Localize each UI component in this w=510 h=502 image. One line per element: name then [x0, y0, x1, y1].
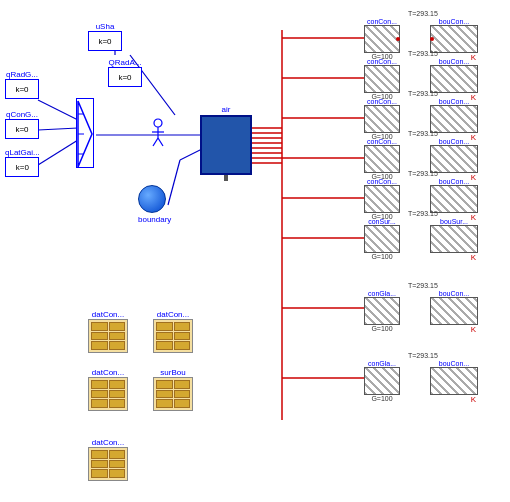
- row-5-bouSur-box: [430, 225, 478, 253]
- row-7-K-label: K: [430, 395, 478, 404]
- qLatGai-label: qLatGai...: [5, 148, 40, 157]
- qConG-value: k=0: [15, 125, 28, 134]
- svg-line-20: [38, 100, 78, 120]
- row-7-conGla-label: conGla...: [364, 360, 400, 367]
- boundary-block[interactable]: boundary: [138, 185, 171, 224]
- row-7-bouCon-box: [430, 367, 478, 395]
- row-1-conCon[interactable]: conCon... G=100: [364, 58, 400, 100]
- row-5-T-label: T=293.15: [408, 208, 438, 218]
- svg-line-33: [158, 138, 163, 146]
- row-0-bouCon-label: bouCon...: [430, 18, 478, 25]
- chip-datCon-3-body: [88, 377, 128, 411]
- row-4-T-label: T=293.15: [408, 168, 438, 178]
- row-3-conCon-label: conCon...: [364, 138, 400, 145]
- QRadA-value: k=0: [118, 73, 131, 82]
- row-2-conCon[interactable]: conCon... G=100: [364, 98, 400, 140]
- row-3-T-label: T=293.15: [408, 128, 438, 138]
- row-7-T-label: T=293.15: [408, 350, 438, 360]
- row-5-bouSur[interactable]: bouSur... K: [430, 218, 478, 262]
- boundary-label: boundary: [138, 215, 171, 224]
- row-7-conGla-box: [364, 367, 400, 395]
- row-4-bouCon-label: bouCon...: [430, 178, 478, 185]
- row-7-G-label: G=100: [364, 395, 400, 402]
- uSha-box: k=0: [88, 31, 122, 51]
- row-5-bouSur-label: bouSur...: [430, 218, 478, 225]
- qLatGai-box: k=0: [5, 157, 39, 177]
- chip-surBou[interactable]: surBou: [153, 368, 193, 411]
- qConG-label: qConG...: [6, 110, 38, 119]
- chip-datCon-1-body: [88, 319, 128, 353]
- svg-point-29: [154, 119, 162, 127]
- row-0-conCon[interactable]: conCon... G=100: [364, 18, 400, 60]
- person-icon: [148, 118, 168, 150]
- row-2-T-label: T=293.15: [408, 88, 438, 98]
- row-4-conCon-label: conCon...: [364, 178, 400, 185]
- qRadG-box: k=0: [5, 79, 39, 99]
- row-7-bouCon[interactable]: bouCon... K: [430, 360, 478, 404]
- row-6-bouCon-box: [430, 297, 478, 325]
- row-7-bouCon-label: bouCon...: [430, 360, 478, 367]
- row-1-T-label: T=293.15: [408, 48, 438, 58]
- qLatGai-value: k=0: [16, 163, 29, 172]
- row-0-port-k: [430, 37, 434, 41]
- air-block[interactable]: air: [200, 105, 252, 181]
- uSha-value: k=0: [98, 37, 111, 46]
- svg-line-21: [38, 128, 78, 130]
- row-7-conGla[interactable]: conGla... G=100: [364, 360, 400, 402]
- chip-datCon-2-label: datCon...: [153, 310, 193, 319]
- row-1-bouCon-label: bouCon...: [430, 58, 478, 65]
- block-QRadA[interactable]: QRadA... k=0: [108, 58, 142, 87]
- row-4-conCon[interactable]: conCon... G=100: [364, 178, 400, 220]
- svg-line-32: [153, 138, 158, 146]
- row-5-conSur-label: conSur...: [364, 218, 400, 225]
- chip-datCon-1[interactable]: datCon...: [88, 310, 128, 353]
- boundary-sphere: [138, 185, 166, 213]
- mux-icon: [76, 99, 94, 167]
- block-uSha[interactable]: uSha k=0: [88, 22, 122, 51]
- qConG-box: k=0: [5, 119, 39, 139]
- row-1-conCon-label: conCon...: [364, 58, 400, 65]
- block-qLatGai[interactable]: qLatGai... k=0: [5, 148, 40, 177]
- QRadA-box: k=0: [108, 67, 142, 87]
- row-3-conCon-box: [364, 145, 400, 173]
- row-0-T-label: T=293.15: [408, 8, 438, 18]
- row-2-conCon-box: [364, 105, 400, 133]
- row-6-conGla[interactable]: conGla... G=100: [364, 290, 400, 332]
- QRadA-label: QRadA...: [109, 58, 142, 67]
- block-qConG[interactable]: qConG... k=0: [5, 110, 39, 139]
- chip-datCon-3[interactable]: datCon...: [88, 368, 128, 411]
- uSha-label: uSha: [96, 22, 115, 31]
- qRadG-value: k=0: [15, 85, 28, 94]
- row-1-conCon-box: [364, 65, 400, 93]
- row-5-conSur[interactable]: conSur... G=100: [364, 218, 400, 260]
- row-6-G-label: G=100: [364, 325, 400, 332]
- row-6-bouCon[interactable]: bouCon... K: [430, 290, 478, 334]
- row-2-bouCon-label: bouCon...: [430, 98, 478, 105]
- row-2-conCon-label: conCon...: [364, 98, 400, 105]
- row-6-conGla-label: conGla...: [364, 290, 400, 297]
- mux-block[interactable]: [76, 98, 94, 168]
- chip-datCon-3-label: datCon...: [88, 368, 128, 377]
- row-5-G-label: G=100: [364, 253, 400, 260]
- svg-line-22: [38, 140, 78, 165]
- row-3-bouCon-label: bouCon...: [430, 138, 478, 145]
- chip-datCon-2[interactable]: datCon...: [153, 310, 193, 353]
- diagram-container: qRadG... k=0 qConG... k=0 qLatGai... k=0…: [0, 0, 510, 502]
- chip-surBou-label: surBou: [153, 368, 193, 377]
- row-5-K-label: K: [430, 253, 478, 262]
- row-0-conCon-label: conCon...: [364, 18, 400, 25]
- chip-datCon-5[interactable]: datCon...: [88, 438, 128, 481]
- row-4-conCon-box: [364, 185, 400, 213]
- person-svg: [148, 118, 168, 148]
- chip-surBou-body: [153, 377, 193, 411]
- row-0-conCon-box: [364, 25, 400, 53]
- chip-datCon-5-label: datCon...: [88, 438, 128, 447]
- chip-datCon-5-body: [88, 447, 128, 481]
- row-6-T-label: T=293.15: [408, 280, 438, 290]
- row-0-port-right: [396, 37, 400, 41]
- qRadG-label: qRadG...: [6, 70, 38, 79]
- row-3-conCon[interactable]: conCon... G=100: [364, 138, 400, 180]
- air-label: air: [200, 105, 252, 114]
- row-5-conSur-box: [364, 225, 400, 253]
- block-qRadG[interactable]: qRadG... k=0: [5, 70, 39, 99]
